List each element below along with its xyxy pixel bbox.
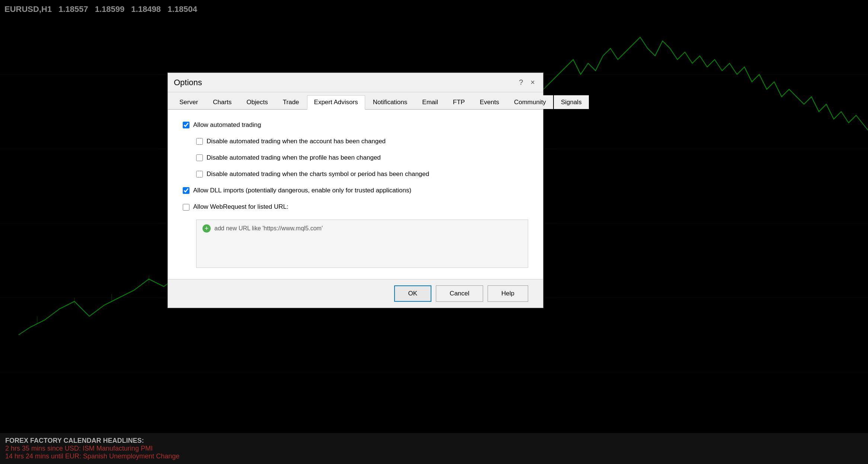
help-button[interactable]: ? <box>517 77 525 87</box>
dialog-tabs: Server Charts Objects Trade Expert Advis… <box>168 92 543 110</box>
url-add-item: + add new URL like 'https://www.mql5.com… <box>202 224 522 233</box>
checkbox-account-changed[interactable] <box>196 138 203 145</box>
tab-charts[interactable]: Charts <box>206 95 239 109</box>
checkbox-webrequest[interactable] <box>183 204 189 211</box>
add-url-icon[interactable]: + <box>202 224 211 233</box>
checkbox-label-profile-changed[interactable]: Disable automated trading when the profi… <box>207 154 381 162</box>
dialog-controls: ? × <box>517 77 537 87</box>
checkbox-row-profile-changed: Disable automated trading when the profi… <box>196 154 528 162</box>
options-dialog: Options ? × Server Charts Objects Trade … <box>167 73 543 308</box>
tab-email[interactable]: Email <box>415 95 445 109</box>
help-footer-button[interactable]: Help <box>488 285 528 302</box>
checkbox-row-account-changed: Disable automated trading when the accou… <box>196 137 528 145</box>
dialog-body: Allow automated trading Disable automate… <box>168 110 543 279</box>
dialog-footer: OK Cancel Help <box>168 279 543 308</box>
checkbox-label-allow-trading[interactable]: Allow automated trading <box>193 121 261 129</box>
checkbox-label-account-changed[interactable]: Disable automated trading when the accou… <box>207 137 386 145</box>
cancel-button[interactable]: Cancel <box>436 285 483 302</box>
tab-notifications[interactable]: Notifications <box>366 95 415 109</box>
checkbox-allow-trading[interactable] <box>183 122 189 128</box>
dialog-titlebar: Options ? × <box>168 73 543 92</box>
tab-ftp[interactable]: FTP <box>446 95 472 109</box>
checkbox-charts-changed[interactable] <box>196 171 203 177</box>
dialog-title: Options <box>174 78 202 87</box>
checkbox-row-dll-imports: Allow DLL imports (potentially dangerous… <box>183 186 528 195</box>
checkbox-label-charts-changed[interactable]: Disable automated trading when the chart… <box>207 170 429 178</box>
checkbox-label-webrequest[interactable]: Allow WebRequest for listed URL: <box>193 203 288 211</box>
checkbox-dll-imports[interactable] <box>183 187 189 194</box>
checkbox-profile-changed[interactable] <box>196 154 203 161</box>
tab-community[interactable]: Community <box>507 95 553 109</box>
checkbox-row-webrequest: Allow WebRequest for listed URL: <box>183 203 528 211</box>
tab-events[interactable]: Events <box>473 95 506 109</box>
ok-button[interactable]: OK <box>394 285 432 302</box>
url-placeholder-text: add new URL like 'https://www.mql5.com' <box>214 225 323 232</box>
checkbox-row-charts-changed: Disable automated trading when the chart… <box>196 170 528 178</box>
checkbox-row-allow-trading: Allow automated trading <box>183 121 528 129</box>
tab-server[interactable]: Server <box>172 95 205 109</box>
tab-objects[interactable]: Objects <box>239 95 275 109</box>
url-list-container: + add new URL like 'https://www.mql5.com… <box>196 220 528 268</box>
checkbox-label-dll-imports[interactable]: Allow DLL imports (potentially dangerous… <box>193 186 411 195</box>
tab-trade[interactable]: Trade <box>276 95 306 109</box>
tab-expert-advisors[interactable]: Expert Advisors <box>307 95 365 110</box>
tab-signals[interactable]: Signals <box>554 95 589 109</box>
close-button[interactable]: × <box>528 77 537 87</box>
